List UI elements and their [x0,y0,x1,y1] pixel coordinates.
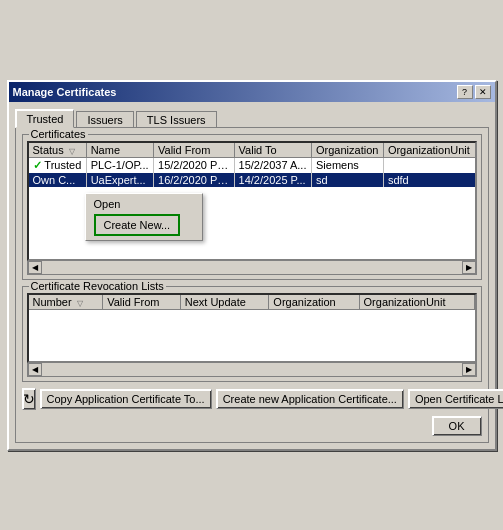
help-button[interactable]: ? [457,85,473,99]
crl-group-label: Certificate Revocation Lists [29,280,166,292]
scroll-track [42,261,462,274]
certificates-group-label: Certificates [29,128,88,140]
manage-certificates-window: Manage Certificates ? ✕ Trusted Issuers … [7,80,497,451]
cell-org: Siemens [312,157,384,173]
scroll-right-btn[interactable]: ▶ [462,261,476,274]
create-new-button[interactable]: Create New... [94,214,181,236]
tab-content: Certificates Status ▽ Name [15,127,489,443]
bottom-buttons: ↻ Copy Application Certificate To... Cre… [22,388,482,410]
context-menu-open[interactable]: Open [88,196,201,212]
crl-scroll-track [42,363,462,376]
window-body: Trusted Issuers TLS Issuers Certificates [9,102,495,449]
cell-name: UaExpert... [86,173,153,187]
sort-icon: ▽ [77,299,83,308]
certificates-table: Status ▽ Name Valid From Valid To Organi… [29,143,475,187]
col-organization[interactable]: Organization [312,143,384,158]
crl-col-valid-from[interactable]: Valid From [103,295,181,310]
context-menu-create-new[interactable]: Create New... [88,212,201,238]
cell-org: sd [312,173,384,187]
crl-table-container: Number ▽ Valid From Next Update Organiza… [27,293,477,377]
table-row[interactable]: Own C... UaExpert... 16/2/2020 PM 2... 1… [29,173,475,187]
cell-org-unit: sdfd [383,173,474,187]
tab-tls-issuers[interactable]: TLS Issuers [136,111,217,128]
tab-bar: Trusted Issuers TLS Issuers [15,108,489,127]
close-button[interactable]: ✕ [475,85,491,99]
crl-col-org[interactable]: Organization [269,295,359,310]
crl-col-number[interactable]: Number ▽ [29,295,103,310]
title-controls: ? ✕ [457,85,491,99]
cell-valid-from: 16/2/2020 PM 2... [154,173,235,187]
context-menu: Open Create New... [85,193,204,241]
crl-group: Certificate Revocation Lists Number ▽ [22,286,482,382]
crl-col-org-unit[interactable]: OrganizationUnit [359,295,474,310]
col-valid-to[interactable]: Valid To [234,143,311,158]
scroll-left-btn[interactable]: ◀ [28,261,42,274]
certificates-group: Certificates Status ▽ Name [22,134,482,280]
certificates-scroll-area[interactable]: Status ▽ Name Valid From Valid To Organi… [27,141,477,261]
title-bar: Manage Certificates ? ✕ [9,82,495,102]
window-title: Manage Certificates [13,86,117,98]
cell-valid-from: 15/2/2020 PM 6... [154,157,235,173]
col-status[interactable]: Status ▽ [29,143,87,158]
cell-valid-to: 15/2/2037 A... [234,157,311,173]
tab-trusted[interactable]: Trusted [15,109,75,128]
crl-scroll-area[interactable]: Number ▽ Valid From Next Update Organiza… [27,293,477,363]
create-app-cert-button[interactable]: Create new Application Certificate... [216,389,404,409]
cell-name: PLC-1/OP... [86,157,153,173]
col-org-unit[interactable]: OrganizationUnit [383,143,474,158]
col-name[interactable]: Name [86,143,153,158]
tab-issuers[interactable]: Issuers [76,111,133,128]
crl-scroll-left-btn[interactable]: ◀ [28,363,42,376]
cell-org-unit [383,157,474,173]
cell-status: Own C... [29,173,87,187]
cell-valid-to: 14/2/2025 P... [234,173,311,187]
col-valid-from[interactable]: Valid From [154,143,235,158]
crl-h-scrollbar[interactable]: ◀ ▶ [27,363,477,377]
table-row[interactable]: ✓ Trusted PLC-1/OP... 15/2/2020 PM 6... … [29,157,475,173]
open-cert-location-button[interactable]: Open Certificate Location [408,389,503,409]
cell-status: ✓ Trusted [29,157,87,173]
crl-scroll-right-btn[interactable]: ▶ [462,363,476,376]
ok-row: OK [22,416,482,436]
sort-icon: ▽ [69,147,75,156]
ok-button[interactable]: OK [432,416,482,436]
refresh-button[interactable]: ↻ [22,388,36,410]
crl-table: Number ▽ Valid From Next Update Organiza… [29,295,475,310]
certificates-table-container: Status ▽ Name Valid From Valid To Organi… [27,141,477,275]
h-scrollbar[interactable]: ◀ ▶ [27,261,477,275]
copy-app-cert-button[interactable]: Copy Application Certificate To... [40,389,212,409]
crl-col-next-update[interactable]: Next Update [180,295,269,310]
